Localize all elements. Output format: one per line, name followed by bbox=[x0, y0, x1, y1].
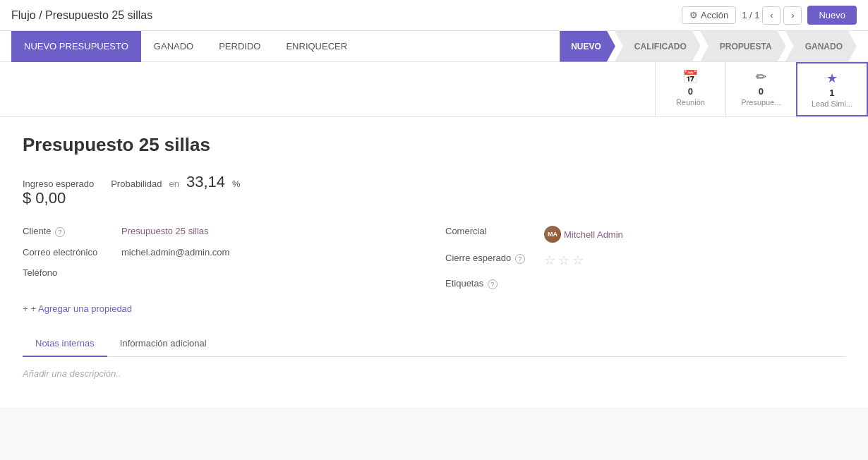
nuevo-button[interactable]: Nuevo bbox=[807, 6, 857, 25]
breadcrumb: Flujo / Presupuesto 25 sillas bbox=[11, 9, 152, 22]
top-actions: ⚙ Acción 1 / 1 ‹ › Nuevo bbox=[682, 6, 857, 25]
prob-pct: % bbox=[232, 178, 241, 189]
add-property-icon: + bbox=[23, 303, 28, 314]
field-label-cliente: Cliente ? bbox=[23, 224, 121, 237]
stage-pipeline: NUEVO CALIFICADO PROPUESTA GANADO bbox=[560, 31, 857, 62]
status-bar: NUEVO PRESUPUESTO GANADO PERDIDO ENRIQUE… bbox=[0, 31, 868, 62]
calendar-icon: 📅 bbox=[682, 69, 698, 85]
field-label-email: Correo electrónico bbox=[23, 246, 121, 258]
prob-label: Probabilidad bbox=[111, 178, 162, 189]
breadcrumb-current: Presupuesto 25 sillas bbox=[45, 9, 152, 21]
lead-similar-label: Lead Simi... bbox=[812, 99, 852, 108]
avatar: MA bbox=[544, 226, 561, 243]
stage-calificado[interactable]: CALIFICADO bbox=[615, 31, 701, 62]
field-value-comercial: MA Mitchell Admin bbox=[544, 224, 845, 243]
accion-label: Acción bbox=[701, 10, 728, 20]
record-title: Presupuesto 25 sillas bbox=[23, 134, 845, 156]
status-enriquecer[interactable]: ENRIQUECER bbox=[273, 31, 360, 62]
field-label-telefono: Teléfono bbox=[23, 266, 121, 278]
smart-btn-reunion[interactable]: 📅 0 Reunión bbox=[655, 62, 725, 116]
help-icon-etiquetas: ? bbox=[488, 279, 498, 289]
field-row-etiquetas: Etiquetas ? bbox=[445, 277, 845, 289]
prob-en: en bbox=[169, 178, 179, 189]
field-label-comercial: Comercial bbox=[445, 224, 544, 236]
field-row-cierre: Cierre esperado ? ☆ ☆ ☆ bbox=[445, 251, 845, 268]
fields-right: Comercial MA Mitchell Admin Cierre esper… bbox=[445, 224, 845, 298]
accion-button[interactable]: ⚙ Acción bbox=[682, 6, 736, 24]
presupuesto-count: 0 bbox=[759, 86, 764, 97]
stage-nuevo[interactable]: NUEVO bbox=[560, 31, 615, 62]
income-label: Ingreso esperado bbox=[23, 178, 94, 189]
field-value-cierre[interactable]: ☆ ☆ ☆ bbox=[544, 251, 845, 268]
comercial-name[interactable]: Mitchell Admin bbox=[564, 229, 623, 240]
smart-btn-lead-similar[interactable]: ★ 1 Lead Simi... bbox=[796, 62, 868, 116]
tabs: Notas internas Información adicional bbox=[23, 331, 845, 357]
status-ganado[interactable]: GANADO bbox=[141, 31, 206, 62]
fields-left: Cliente ? Presupuesto 25 sillas Correo e… bbox=[23, 224, 423, 298]
star-1[interactable]: ☆ bbox=[544, 253, 555, 268]
field-label-cierre: Cierre esperado ? bbox=[445, 251, 544, 264]
top-bar: Flujo / Presupuesto 25 sillas ⚙ Acción 1… bbox=[0, 0, 868, 31]
field-value-telefono[interactable] bbox=[121, 266, 423, 267]
presupuesto-label: Presupue... bbox=[741, 98, 780, 107]
income-section: Ingreso esperado $ 0,00 bbox=[23, 178, 94, 207]
star-icon: ★ bbox=[826, 71, 838, 86]
star-2[interactable]: ☆ bbox=[558, 253, 569, 268]
add-property-button[interactable]: + + Agregar una propiedad bbox=[23, 303, 845, 314]
breadcrumb-parent[interactable]: Flujo bbox=[11, 9, 36, 21]
field-row-comercial: Comercial MA Mitchell Admin bbox=[445, 224, 845, 243]
help-icon-cierre: ? bbox=[515, 254, 525, 264]
status-nuevo-presupuesto[interactable]: NUEVO PRESUPUESTO bbox=[11, 31, 141, 62]
income-value[interactable]: $ 0,00 bbox=[23, 189, 94, 207]
field-value-etiquetas[interactable] bbox=[544, 277, 845, 278]
status-perdido[interactable]: PERDIDO bbox=[206, 31, 273, 62]
main-content: Presupuesto 25 sillas Ingreso esperado $… bbox=[0, 117, 868, 407]
prev-button[interactable]: ‹ bbox=[762, 6, 780, 25]
field-row-cliente: Cliente ? Presupuesto 25 sillas bbox=[23, 224, 423, 237]
pagination: 1 / 1 ‹ › bbox=[742, 6, 802, 25]
next-button[interactable]: › bbox=[783, 6, 802, 25]
description-area[interactable]: Añadir una descripción.. bbox=[23, 357, 845, 390]
smart-btn-presupuesto[interactable]: ✏ 0 Presupue... bbox=[725, 62, 796, 116]
fields-section: Cliente ? Presupuesto 25 sillas Correo e… bbox=[23, 224, 845, 298]
reunion-count: 0 bbox=[688, 86, 693, 97]
gear-icon: ⚙ bbox=[689, 10, 698, 20]
help-icon-cliente: ? bbox=[55, 227, 65, 237]
star-3[interactable]: ☆ bbox=[572, 253, 584, 268]
field-label-etiquetas: Etiquetas ? bbox=[445, 277, 544, 289]
pagination-text: 1 / 1 bbox=[742, 10, 759, 20]
edit-icon: ✏ bbox=[756, 69, 766, 85]
tab-info-adicional[interactable]: Información adicional bbox=[107, 331, 219, 357]
smart-buttons: 📅 0 Reunión ✏ 0 Presupue... ★ 1 Lead Sim… bbox=[0, 62, 868, 117]
add-property-label: + Agregar una propiedad bbox=[31, 303, 132, 314]
stage-ganado[interactable]: GANADO bbox=[785, 31, 857, 62]
stars-rating: ☆ ☆ ☆ bbox=[544, 253, 845, 268]
tab-notas[interactable]: Notas internas bbox=[23, 331, 107, 357]
reunion-label: Reunión bbox=[676, 98, 705, 107]
prob-value[interactable]: 33,14 bbox=[186, 173, 225, 191]
field-row-email: Correo electrónico michel.admin@admin.co… bbox=[23, 246, 423, 258]
income-prob-section: Ingreso esperado $ 0,00 Probabilidad en … bbox=[23, 173, 845, 207]
field-value-email[interactable]: michel.admin@admin.com bbox=[121, 246, 423, 258]
stage-propuesta[interactable]: PROPUESTA bbox=[700, 31, 786, 62]
field-value-cliente[interactable]: Presupuesto 25 sillas bbox=[121, 224, 423, 236]
field-row-telefono: Teléfono bbox=[23, 266, 423, 278]
lead-similar-count: 1 bbox=[829, 87, 834, 98]
prob-section: Probabilidad en 33,14 % bbox=[111, 173, 240, 191]
breadcrumb-separator: / bbox=[39, 9, 42, 21]
